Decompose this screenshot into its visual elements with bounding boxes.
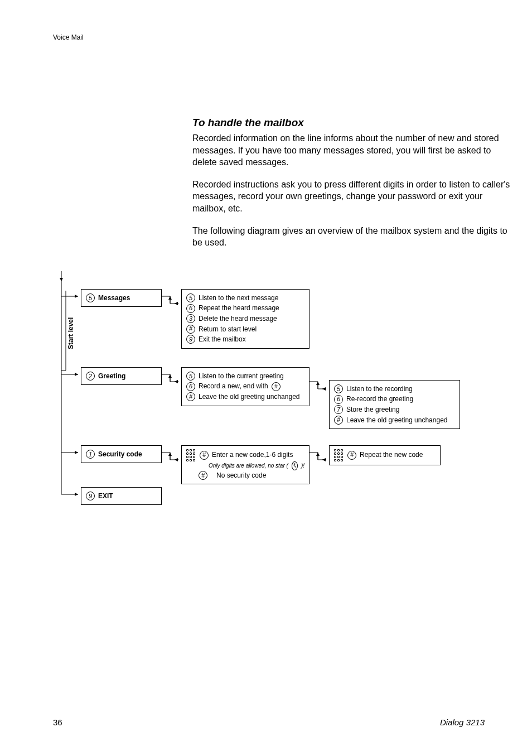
digit-1-icon: 1: [86, 450, 95, 459]
document-name: Dialog 3213: [440, 718, 485, 727]
box-greeting-sub2: 5Listen to the recording 6Re-record the …: [329, 380, 460, 429]
item-text: Leave the old greeting unchanged: [199, 392, 299, 402]
hash-icon: #: [272, 382, 280, 391]
keypad-icon: [186, 449, 195, 461]
item-text: Repeat the heard message: [199, 303, 279, 314]
paragraph-3: The following diagram gives an overview …: [192, 225, 510, 249]
item-text: Enter a new code,1-6 digits: [212, 450, 293, 460]
hash-icon: #: [186, 392, 195, 401]
item-text: Delete the heard message: [199, 314, 277, 324]
hash-icon: #: [199, 471, 207, 480]
box-security-sub2: # Repeat the new code: [329, 445, 441, 465]
item-text: Return to start level: [199, 324, 257, 335]
security-note: Only digits are allowed, no star (: [209, 461, 288, 470]
item-text: Store the greeting: [346, 405, 399, 415]
page-footer: 36 Dialog 3213: [53, 718, 485, 727]
section-header: Voice Mail: [53, 33, 485, 41]
item-text: Repeat the new code: [360, 450, 423, 460]
digit-icon: 5: [186, 293, 195, 302]
box-messages: 5 Messages: [81, 289, 162, 307]
digit-icon: 5: [186, 372, 195, 381]
digit-icon: 3: [186, 314, 195, 323]
main-content: To handle the mailbox Recorded informati…: [192, 117, 510, 249]
section-heading: To handle the mailbox: [192, 117, 510, 129]
item-text: Record a new, end with: [199, 381, 268, 392]
item-text: Re-record the greeting: [346, 394, 413, 405]
hash-icon: #: [186, 325, 195, 334]
digit-icon: 9: [186, 335, 195, 344]
item-text: Listen to the next message: [199, 293, 278, 304]
start-level-label: Start level: [67, 317, 75, 349]
item-text: Leave the old greeting unchanged: [346, 415, 447, 426]
keypad-icon: [334, 449, 343, 461]
digit-icon: 6: [186, 304, 195, 313]
box-security: 1 Security code: [81, 445, 162, 464]
digit-icon: 6: [334, 395, 343, 404]
hash-icon: #: [334, 416, 343, 425]
hash-icon: #: [200, 451, 209, 460]
paragraph-2: Recorded instructions ask you to press d…: [192, 179, 510, 215]
digit-icon: 7: [334, 405, 343, 414]
box-security-sub: # Enter a new code,1-6 digits Only digit…: [181, 445, 309, 485]
item-text: Listen to the current greeting: [199, 371, 284, 382]
mailbox-diagram: Start level 5 Messages 2 Greeting 1 Secu…: [53, 271, 485, 511]
digit-icon: 5: [334, 384, 343, 393]
box-exit: 9 EXIT: [81, 487, 162, 505]
paragraph-1: Recorded information on the line informs…: [192, 132, 510, 168]
star-crossed-icon: *: [292, 461, 298, 470]
security-label: Security code: [98, 449, 142, 460]
page-number: 36: [53, 718, 62, 727]
item-text: Listen to the recording: [346, 384, 413, 394]
digit-5-icon: 5: [86, 293, 95, 302]
exit-label: EXIT: [98, 491, 113, 502]
hash-icon: #: [347, 451, 356, 460]
box-greeting-sub: 5Listen to the current greeting 6Record …: [181, 367, 309, 406]
item-text: Exit the mailbox: [199, 334, 246, 345]
digit-2-icon: 2: [86, 372, 95, 381]
security-note-end: )!: [301, 461, 304, 470]
digit-9-icon: 9: [86, 492, 95, 500]
messages-label: Messages: [98, 293, 130, 304]
box-greeting: 2 Greeting: [81, 367, 162, 386]
box-messages-sub: 5Listen to the next message 6Repeat the …: [181, 289, 309, 349]
digit-icon: 6: [186, 382, 195, 391]
item-text: No security code: [216, 470, 266, 481]
greeting-label: Greeting: [98, 371, 125, 382]
